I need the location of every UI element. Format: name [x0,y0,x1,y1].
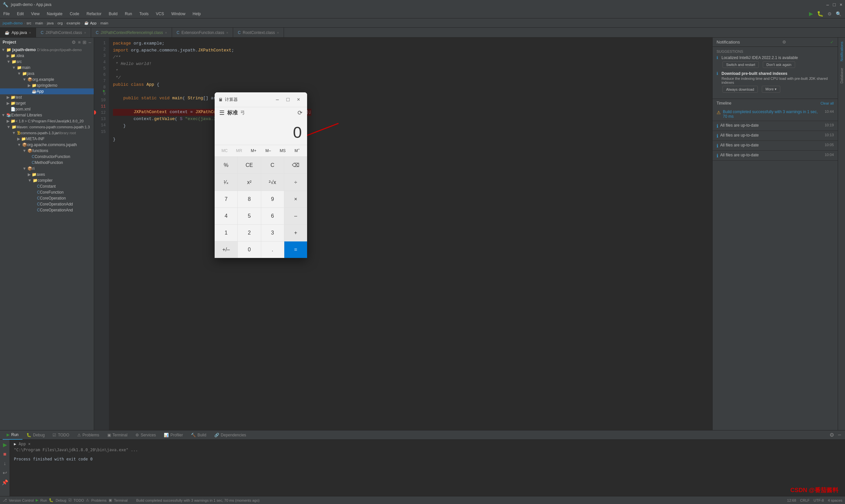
calc-reciprocal-button[interactable]: ¹⁄ₓ [214,174,237,191]
menu-edit[interactable]: Edit [14,10,27,17]
tab-app-java[interactable]: ☕ App.java × [0,28,36,38]
calc-3-button[interactable]: 3 [261,224,284,241]
tab-todo[interactable]: ☑ TODO [49,430,73,440]
debug-icon-status[interactable]: 🐛 [49,498,53,502]
calc-backspace-button[interactable]: ⌫ [284,157,307,174]
sidebar-item-functions[interactable]: ▼ 📦 functions [0,148,94,154]
calc-mr-button[interactable]: MR [232,146,246,155]
settings-button[interactable]: ⚙ [827,10,833,17]
breadcrumb-app[interactable]: App [90,21,97,25]
calc-maximize-button[interactable]: □ [283,95,293,104]
calc-close-button[interactable]: × [294,95,303,104]
tab-problems[interactable]: ⚠ Problems [73,430,103,440]
tab-jxpathcontext[interactable]: C JXPathContext.class × [36,28,91,38]
sidebar-expand-icon[interactable]: ⊞ [83,40,87,45]
notifications-settings-icon[interactable]: ⚙ [782,40,786,44]
terminal-icon-status[interactable]: ▣ [109,498,112,502]
vert-tab-notifications[interactable]: Notifications [839,39,845,64]
menu-build[interactable]: Build [105,10,121,17]
sidebar-item-jar[interactable]: ▼ 🗜 commons-jxpath-1.3.jar library root [0,130,94,136]
calc-mc-button[interactable]: MC [217,146,232,155]
indent-indicator[interactable]: 4 spaces [828,498,842,502]
tab-close-rootcontext[interactable]: × [277,31,279,35]
menu-vcs[interactable]: VCS [153,10,168,17]
search-everywhere-button[interactable]: 🔍 [835,10,842,17]
sidebar-item-constructorfunction[interactable]: C ConstructorFunction [0,154,94,160]
sidebar-item-corefunction[interactable]: C CoreFunction [0,189,94,195]
tab-dependencies[interactable]: 🔗 Dependencies [210,430,250,440]
rerun-button[interactable]: ▶ [2,441,8,449]
sidebar-item-idea[interactable]: ▶ 📁 .idea [0,53,94,59]
run-icon-status[interactable]: ▶ [36,498,38,502]
always-download-button[interactable]: Always download [723,86,758,93]
pin-tab-button[interactable]: 📌 [0,479,10,486]
calc-0-button[interactable]: 0 [238,241,260,258]
problems-button-status[interactable]: Problems [91,498,106,502]
switch-restart-button[interactable]: Switch and restart [723,61,759,68]
todo-icon-status[interactable]: ☑ [68,498,72,502]
tab-close-jxpathcontext[interactable]: × [84,31,86,35]
sidebar-item-target[interactable]: ▶ 📁 target [0,100,94,106]
sidebar-item-app[interactable]: ☕ App [0,88,94,94]
sidebar-item-compiler[interactable]: ▼ 📁 compiler [0,178,94,183]
calc-subtract-button[interactable]: – [284,208,307,224]
tab-close-app-java[interactable]: × [29,31,31,35]
calc-sqrt-button[interactable]: ²√x [261,174,284,191]
breadcrumb-src[interactable]: src [27,21,31,25]
run-panel-settings-icon[interactable]: ⚙ [828,431,835,439]
tab-run[interactable]: ▶ Run [3,430,22,440]
stop-button[interactable]: ■ [2,451,8,458]
calc-square-button[interactable]: x² [238,174,260,191]
breadcrumb-project[interactable]: jxpath-demo [3,21,23,25]
menu-file[interactable]: File [0,10,13,17]
clear-all-button[interactable]: Clear all [821,101,834,105]
calc-add-button[interactable]: + [284,224,307,241]
vcs-icon[interactable]: ⎇ [3,498,7,502]
calc-4-button[interactable]: 4 [214,208,237,224]
menu-navigate[interactable]: Navigate [44,10,66,17]
calc-decimal-button[interactable]: . [261,241,284,258]
tab-extensionfunction[interactable]: C ExtensionFunction.class × [172,28,234,38]
calc-history-button[interactable]: ⟳ [297,109,303,116]
terminal-button-status[interactable]: Terminal [114,498,128,502]
position-indicator[interactable]: 12:68 [787,498,796,502]
dont-ask-again-button[interactable]: Don't ask again [763,61,795,68]
tab-debug[interactable]: 🐛 Debug [22,430,49,440]
tab-profiler[interactable]: 📊 Profiler [160,430,187,440]
version-control-button[interactable]: Version Control [9,498,34,502]
sidebar-item-test[interactable]: ▶ 📁 test [0,94,94,100]
sidebar-minimize-icon[interactable]: – [88,40,91,45]
sidebar-item-pom[interactable]: 📄 pom.xml [0,106,94,112]
calc-equals-button[interactable]: = [284,241,307,258]
calc-percent-button[interactable]: % [214,157,237,174]
close-btn[interactable]: × [840,2,842,7]
calc-ce-button[interactable]: CE [238,157,260,174]
sidebar-item-ri[interactable]: ▼ 📦 ri [0,166,94,172]
debug-button[interactable]: 🐛 [816,10,825,18]
sidebar-item-org-apache[interactable]: ▼ 📦 org.apache.commons.jxpath [0,142,94,148]
tab-rootcontext[interactable]: C RootContext.class × [233,28,284,38]
encoding-indicator[interactable]: UTF-8 [814,498,824,502]
run-button[interactable]: ▶ [808,10,814,18]
calc-minimize-button[interactable]: – [273,95,282,104]
line-sep-indicator[interactable]: CRLF [800,498,810,502]
more-button[interactable]: More ▾ [762,86,780,93]
sidebar-item-jdk[interactable]: ▶ 📁 < 1.8 > C:\Program Files\Java\jdk1.8… [0,118,94,124]
menu-run[interactable]: Run [122,10,135,17]
sidebar-item-org-example[interactable]: ▼ 📦 org.example [0,76,94,83]
tab-jxpathcontextref[interactable]: C JXPathContextReferenceImpl.class × [91,28,172,38]
sidebar-item-external-libraries[interactable]: ▼ 📚 External Libraries [0,112,94,118]
breadcrumb-java[interactable]: java [47,21,53,25]
todo-button-status[interactable]: TODO [74,498,84,502]
menu-tools[interactable]: Tools [136,10,152,17]
window-controls[interactable]: – □ × [827,2,842,7]
calc-5-button[interactable]: 5 [238,208,260,224]
sidebar-item-methodfunction[interactable]: C MethodFunction [0,160,94,166]
calc-hamburger-icon[interactable]: ☰ [219,109,225,116]
sidebar-item-src[interactable]: ▼ 📁 src [0,59,94,65]
sidebar-item-commons-jxpath[interactable]: ▼ 📁 Maven: commons-jxpath:commons-jxpath… [0,124,94,130]
calc-negate-button[interactable]: +/– [214,241,237,258]
menu-help[interactable]: Help [189,10,204,17]
tab-close-extensionfunction[interactable]: × [226,31,228,35]
calc-mplus-button[interactable]: M+ [246,146,261,155]
